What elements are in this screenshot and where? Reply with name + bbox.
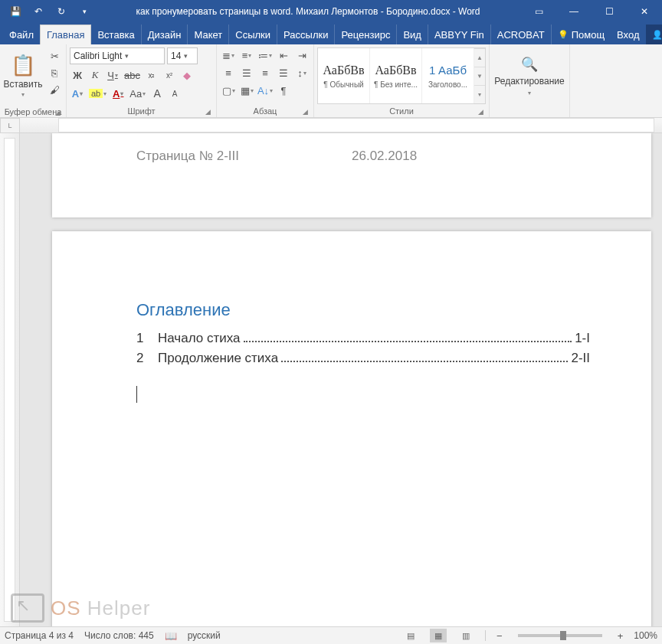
font-color-button[interactable]: A	[110, 86, 126, 101]
cut-icon[interactable]: ✂	[46, 49, 63, 63]
tab-share[interactable]: Общий доступ	[646, 25, 663, 44]
tab-design[interactable]: Дизайн	[142, 25, 188, 44]
gallery-scroll[interactable]: ▲▼▾	[474, 48, 485, 103]
clipboard-icon: 📋	[11, 54, 35, 77]
minimize-icon[interactable]: —	[556, 0, 592, 23]
font-size-combo[interactable]: 14	[167, 47, 198, 64]
read-mode-icon[interactable]: ▤	[402, 629, 419, 642]
grow-font-button[interactable]: A	[149, 86, 165, 101]
clipboard-dialog-icon[interactable]: ◢	[52, 107, 63, 118]
page-header: Страница № 2-III 26.02.2018	[136, 149, 567, 164]
underline-button[interactable]: Ч	[105, 67, 120, 83]
vertical-ruler[interactable]	[0, 133, 20, 626]
tab-layout[interactable]: Макет	[188, 25, 229, 44]
paste-button[interactable]: 📋 Вставить ▾	[3, 46, 43, 106]
ruler-row: L	[0, 118, 662, 133]
gallery-down-icon[interactable]: ▼	[474, 67, 485, 85]
increase-indent-icon[interactable]: ⇥	[293, 47, 310, 63]
font-name-combo[interactable]: Calibri Light	[70, 47, 165, 64]
text-effects-button[interactable]: A	[70, 86, 85, 101]
italic-button[interactable]: К	[87, 67, 103, 83]
copy-icon[interactable]: ⎘	[46, 66, 63, 80]
maximize-icon[interactable]: ☐	[592, 0, 627, 23]
group-clipboard: 📋 Вставить ▾ ✂ ⎘ 🖌 Буфер обмена◢	[0, 44, 67, 117]
style-normal[interactable]: АаБбВв¶ Обычный	[318, 48, 370, 103]
gallery-more-icon[interactable]: ▾	[474, 85, 485, 103]
toc-num: 2	[136, 351, 158, 366]
format-painter-icon[interactable]: 🖌	[46, 83, 63, 96]
toc-text: Продолжение стиха	[158, 351, 278, 366]
toc-row: 1 Начало стиха 1-I	[136, 331, 590, 346]
clear-format-icon[interactable]: ◆	[179, 67, 195, 83]
ribbon-options-icon[interactable]: ▭	[521, 0, 556, 23]
status-page[interactable]: Страница 4 из 4	[5, 630, 74, 641]
decrease-indent-icon[interactable]: ⇤	[275, 47, 292, 63]
subscript-button[interactable]: x	[144, 67, 159, 83]
tab-review[interactable]: Рецензирс	[335, 25, 397, 44]
tab-abbyy[interactable]: ABBYY Fin	[428, 25, 491, 44]
multilevel-icon[interactable]: ≔	[257, 47, 274, 63]
zoom-in-icon[interactable]: +	[618, 630, 624, 642]
undo-icon[interactable]: ↶	[28, 1, 49, 22]
change-case-button[interactable]: Aa	[128, 86, 147, 101]
shrink-font-button[interactable]: A	[167, 86, 182, 101]
align-left-icon[interactable]: ≡	[220, 65, 237, 80]
qat-more-icon[interactable]: ▾	[74, 1, 95, 22]
horizontal-ruler[interactable]	[20, 118, 662, 133]
status-language[interactable]: русский	[188, 630, 221, 641]
zoom-slider[interactable]	[518, 634, 602, 637]
save-icon[interactable]: 💾	[5, 1, 26, 22]
tab-signin[interactable]: Вход	[611, 25, 645, 44]
spellcheck-icon[interactable]: 📖	[165, 630, 177, 642]
print-layout-icon[interactable]: ▦	[430, 629, 447, 642]
tab-mailings[interactable]: Рассылки	[277, 25, 335, 44]
redo-icon[interactable]: ↻	[51, 1, 72, 22]
bold-button[interactable]: Ж	[70, 67, 85, 83]
zoom-level[interactable]: 100%	[634, 630, 657, 641]
zoom-out-icon[interactable]: −	[496, 630, 503, 642]
tab-insert[interactable]: Вставка	[91, 25, 141, 44]
shading-icon[interactable]: ▢	[220, 83, 237, 98]
align-right-icon[interactable]: ≡	[257, 65, 274, 80]
gallery-up-icon[interactable]: ▲	[474, 48, 485, 67]
tab-tell-me[interactable]: Помощ	[552, 25, 611, 44]
quick-access-toolbar: 💾 ↶ ↻ ▾	[0, 1, 95, 22]
paragraph-dialog-icon[interactable]: ◢	[300, 106, 310, 117]
bullets-icon[interactable]: ≣	[220, 47, 237, 63]
toc-num: 1	[136, 331, 158, 346]
style-nospacing[interactable]: АаБбВв¶ Без инте...	[370, 48, 422, 103]
close-icon[interactable]: ✕	[627, 0, 662, 23]
tab-home[interactable]: Главная	[40, 25, 91, 44]
status-words[interactable]: Число слов: 445	[84, 630, 154, 641]
align-center-icon[interactable]: ☰	[238, 65, 255, 80]
justify-icon[interactable]: ☰	[275, 65, 292, 80]
web-layout-icon[interactable]: ▥	[457, 629, 474, 642]
tab-view[interactable]: Вид	[397, 25, 428, 44]
numbering-icon[interactable]: ≡	[238, 47, 255, 63]
style-heading1[interactable]: 1 АаБбЗаголово...	[422, 48, 474, 103]
superscript-button[interactable]: x	[162, 67, 177, 83]
strike-button[interactable]: abc	[123, 67, 142, 83]
sort-icon[interactable]: A↓	[257, 83, 274, 98]
styles-dialog-icon[interactable]: ◢	[475, 106, 486, 117]
ribbon-tabs: Файл Главная Вставка Дизайн Макет Ссылки…	[0, 23, 662, 44]
document-canvas[interactable]: Страница № 2-III 26.02.2018 Оглавление 1…	[20, 133, 662, 626]
show-marks-icon[interactable]: ¶	[275, 83, 292, 98]
tab-file[interactable]: Файл	[3, 25, 40, 44]
editing-button[interactable]: 🔍 Редактирование ▾	[493, 46, 566, 106]
borders-icon[interactable]: ▦	[238, 83, 255, 98]
tab-references[interactable]: Ссылки	[229, 25, 277, 44]
work-area: Страница № 2-III 26.02.2018 Оглавление 1…	[0, 133, 662, 626]
status-bar: Страница 4 из 4 Число слов: 445 📖 русски…	[0, 626, 662, 644]
tab-selector[interactable]: L	[0, 118, 20, 133]
group-paragraph: ≣ ≡ ≔ ⇤ ⇥ ≡ ☰ ≡ ☰ ↕ ▢ ▦ A↓ ¶ Абзац◢	[217, 44, 314, 117]
group-styles: АаБбВв¶ Обычный АаБбВв¶ Без инте... 1 Аа…	[314, 44, 490, 117]
window-controls: ▭ — ☐ ✕	[521, 0, 662, 23]
highlight-button[interactable]: ab	[87, 86, 108, 101]
line-spacing-icon[interactable]: ↕	[293, 65, 310, 80]
font-dialog-icon[interactable]: ◢	[202, 106, 213, 117]
tab-acrobat[interactable]: ACROBAT	[491, 25, 552, 44]
paste-label: Вставить	[4, 79, 43, 90]
styles-gallery[interactable]: АаБбВв¶ Обычный АаБбВв¶ Без инте... 1 Аа…	[317, 47, 486, 104]
toc-page: 2-II	[571, 351, 590, 366]
